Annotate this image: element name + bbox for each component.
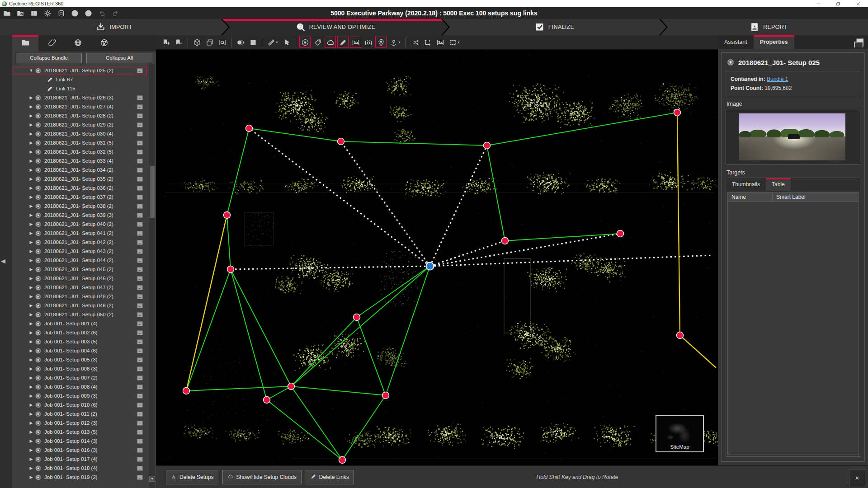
setup-node[interactable] [264,397,270,404]
link-edge-green[interactable] [291,386,386,395]
expand-icon[interactable]: ▶ [28,348,34,353]
tree-item-setup[interactable]: ▶20180621_J01- Setup 027 (4) [12,102,156,111]
tree-item-setup[interactable]: ▶Job 001- Setup 014 (3) [12,436,156,446]
redo-icon[interactable] [110,8,121,18]
image-frame-icon[interactable] [137,438,143,445]
tree-item-setup[interactable]: ▶20180621_J01- Setup 046 (2) [12,274,156,283]
image-2-icon[interactable] [434,37,446,48]
measure-icon[interactable]: ▾ [265,37,280,48]
expand-icon[interactable]: ▶ [28,141,34,145]
sitemap-inset[interactable]: SiteMap [656,415,704,452]
expand-icon[interactable]: ▶ [28,294,34,299]
setup-node-selected[interactable] [426,263,434,270]
minimize-icon[interactable] [808,0,828,7]
tree-item-setup[interactable]: ▶20180621_J01- Setup 045 (2) [12,265,156,274]
link-edge-dashed[interactable] [430,234,620,266]
close-panel-button[interactable]: × [849,469,865,486]
fill-square-icon[interactable] [247,37,259,48]
tree-item-setup[interactable]: ▶Job 001- Setup 009 (3) [12,391,156,400]
link-icon[interactable] [337,37,349,48]
setup-node[interactable] [677,332,684,339]
targets-tab-table[interactable]: Table [766,178,791,191]
image-frame-icon[interactable] [137,239,143,246]
restore-icon[interactable] [828,0,848,7]
link-edge-dashed[interactable] [249,128,430,266]
tree-item-setup[interactable]: ▶Job 001- Setup 010 (6) [12,400,156,409]
expand-icon[interactable]: ▶ [28,240,34,244]
tree-item-setup[interactable]: ▶20180621_J01- Setup 031 (5) [12,138,156,147]
tree-item-setup[interactable]: ▶20180621_J01- Setup 034 (2) [12,165,156,174]
targets-col-smart-label[interactable]: Smart Label [773,192,858,202]
expand-icon[interactable]: ▶ [28,448,34,452]
tree-item-link[interactable]: Link 115 [12,84,156,93]
setup-node[interactable] [224,212,231,219]
dropdown-caret-icon[interactable]: ▾ [458,40,459,44]
expand-icon[interactable]: ▶ [28,267,34,272]
bundle-expand-icon[interactable] [160,37,172,48]
image-frame-icon[interactable] [137,212,143,219]
expand-icon[interactable]: ▶ [28,195,34,199]
expand-icon[interactable]: ▶ [28,412,34,416]
image-frame-icon[interactable] [137,293,143,300]
tree-item-link[interactable]: Link 67 [12,75,156,84]
targets-col-name[interactable]: Name [728,192,773,202]
pin-icon[interactable] [375,37,387,48]
panel-tab-assistant[interactable]: Assistant [718,35,754,49]
image-frame-icon[interactable] [137,284,143,291]
expand-icon[interactable]: ▶ [28,122,34,127]
link-edge-dashed[interactable] [341,141,430,266]
sidebar-collapse-strip[interactable]: ◀ [0,35,13,488]
image-frame-icon[interactable] [137,176,143,183]
tree-item-setup[interactable]: ▶20180621_J01- Setup 042 (2) [12,238,156,247]
cloud-icon[interactable] [325,37,336,48]
tab-import[interactable]: IMPORT [0,19,228,35]
link-edge-dashed[interactable] [231,266,430,269]
collapse-sidebar-icon[interactable]: ◀ [1,258,5,264]
expand-icon[interactable]: ▶ [28,330,34,335]
image-frame-icon[interactable] [137,465,143,472]
link-edge-green[interactable] [291,386,342,460]
expand-icon[interactable]: ▶ [28,430,34,434]
image-frame-icon[interactable] [137,149,143,155]
link-edge-dashed[interactable] [430,241,505,266]
image-frame-icon[interactable] [137,266,143,273]
tree-item-setup[interactable]: ▶20180621_J01- Setup 050 (2) [12,310,156,319]
image-frame-icon[interactable] [137,248,143,255]
expand-icon[interactable]: ▶ [28,439,34,443]
expand-icon[interactable]: ▶ [28,466,34,470]
link-edge-green[interactable] [267,400,342,460]
link-edge-green[interactable] [487,145,505,241]
image-frame-icon[interactable] [137,203,143,210]
image-frame-icon[interactable] [137,67,143,74]
cloud-overlap-icon[interactable] [235,37,246,48]
expand-icon[interactable]: ▶ [28,403,34,407]
expand-icon[interactable]: ▶ [28,104,34,109]
image-frame-icon[interactable] [137,122,143,128]
image-frame-icon[interactable] [137,338,143,345]
setup-node[interactable] [354,314,360,321]
expand-icon[interactable]: ▶ [28,339,34,344]
expand-icon[interactable]: ▶ [28,258,34,263]
expand-icon[interactable]: ▶ [28,204,34,208]
view-3d-icon[interactable] [191,37,203,48]
image-frame-icon[interactable] [137,347,143,354]
tree-item-setup[interactable]: ▶Job 001- Setup 004 (6) [12,346,156,355]
link-edge-green[interactable] [341,141,487,145]
tree-item-setup[interactable]: ▶20180621_J01- Setup 035 (2) [12,174,156,183]
expand-icon[interactable]: ▶ [28,394,34,398]
tree-item-setup[interactable]: ▶20180621_J01- Setup 047 (2) [12,283,156,292]
tree-item-setup[interactable]: ▶20180621_J01- Setup 037 (2) [12,192,156,202]
expand-icon[interactable]: ▶ [28,303,34,308]
orbit-icon[interactable]: ▾ [388,37,402,48]
image-frame-icon[interactable] [137,185,143,192]
undo-icon[interactable] [96,8,107,18]
expand-icon[interactable]: ▶ [28,357,34,362]
info-icon[interactable]: i [83,8,94,18]
link-edge-green[interactable] [231,269,267,400]
expand-icon[interactable]: ▶ [28,95,34,100]
tree-item-setup[interactable]: ▶20180621_J01- Setup 033 (4) [12,156,156,165]
image-frame-icon[interactable] [137,375,143,381]
link-edge-yellow[interactable] [186,215,227,391]
image-frame-icon[interactable] [137,131,143,137]
tree-item-setup[interactable]: ▶Job 001- Setup 011 (2) [12,409,156,418]
